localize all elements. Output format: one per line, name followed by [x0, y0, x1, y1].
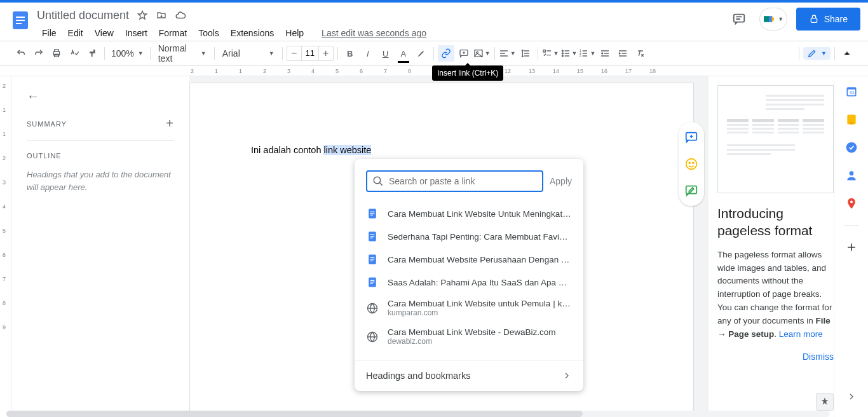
paint-format-button[interactable]	[84, 45, 100, 62]
zoom-select[interactable]: 100%▼	[109, 48, 146, 58]
add-comment-side-button[interactable]	[682, 128, 700, 146]
bulleted-list-button[interactable]: ▼	[560, 45, 578, 62]
line-spacing-button[interactable]	[517, 45, 534, 62]
outline-panel: ← SUMMARY + OUTLINE Headings that you ad…	[11, 76, 189, 417]
print-button[interactable]	[48, 45, 65, 62]
apply-button[interactable]: Apply	[550, 176, 572, 186]
menu-help[interactable]: Help	[280, 25, 309, 41]
menu-format[interactable]: Format	[154, 25, 192, 41]
doc-icon	[366, 207, 379, 220]
menu-insert[interactable]: Insert	[120, 25, 153, 41]
headings-bookmarks-row[interactable]: Headings and bookmarks	[355, 360, 583, 391]
menu-bar: File Edit View Insert Format Tools Exten…	[37, 25, 728, 41]
menu-tools[interactable]: Tools	[193, 25, 224, 41]
svg-rect-34	[370, 257, 375, 258]
cloud-status-icon[interactable]	[175, 10, 186, 21]
meet-button[interactable]: ▼	[759, 8, 787, 31]
share-button[interactable]: Share	[796, 8, 860, 31]
checklist-button[interactable]: ▼	[542, 45, 559, 62]
explore-button[interactable]	[816, 393, 834, 411]
insert-image-button[interactable]: ▼	[473, 45, 491, 62]
increase-font-button[interactable]: +	[319, 48, 333, 59]
svg-point-49	[850, 200, 852, 203]
numbered-list-button[interactable]: 123▼	[578, 45, 595, 62]
link-suggestion[interactable]: Cara Membuat Link Website untuk Pemula |…	[366, 294, 572, 322]
redo-button[interactable]	[31, 45, 47, 62]
add-summary-button[interactable]: +	[166, 116, 174, 131]
svg-point-20	[686, 159, 697, 170]
italic-button[interactable]: I	[360, 45, 376, 62]
link-suggestion[interactable]: Cara Membuat Link Website - DewaBiz.comd…	[366, 322, 572, 351]
star-icon[interactable]	[137, 10, 148, 21]
decrease-indent-button[interactable]	[597, 45, 613, 62]
menu-edit[interactable]: Edit	[63, 25, 88, 41]
hide-side-panel-button[interactable]	[846, 392, 857, 404]
vertical-ruler[interactable]: 21123456789	[0, 76, 11, 417]
underline-button[interactable]: U	[377, 45, 394, 62]
dismiss-button[interactable]: Dismiss	[803, 352, 834, 362]
tasks-icon[interactable]	[845, 141, 858, 154]
doc-icon	[366, 230, 379, 243]
document-text[interactable]: Ini adalah contoh link website	[251, 145, 371, 155]
svg-text:31: 31	[849, 90, 854, 95]
editing-mode-button[interactable]: ▼	[803, 47, 831, 60]
undo-button[interactable]	[13, 45, 29, 62]
share-label: Share	[824, 14, 848, 24]
link-search-wrap[interactable]	[366, 170, 543, 192]
align-button[interactable]: ▼	[499, 45, 516, 62]
keep-icon[interactable]	[845, 113, 858, 126]
font-size-stepper[interactable]: − 11 +	[287, 46, 334, 61]
add-comment-button[interactable]	[456, 45, 472, 62]
back-arrow-icon[interactable]: ←	[27, 89, 174, 104]
comments-history-icon[interactable]	[728, 8, 750, 31]
chevron-right-icon	[562, 371, 572, 381]
pageless-preview	[717, 85, 834, 193]
link-search-input[interactable]	[389, 176, 537, 186]
summary-heading: SUMMARY	[27, 120, 67, 128]
paragraph-style-select[interactable]: Normal text▼	[154, 43, 210, 64]
maps-icon[interactable]	[845, 197, 858, 210]
emoji-reaction-button[interactable]	[682, 155, 700, 173]
link-suggestion[interactable]: Cara Membuat Website Perusahaan Dengan T…	[366, 248, 572, 271]
link-suggestion[interactable]: Cara Membuat Link Website Untuk Meningka…	[366, 202, 572, 225]
tooltip: Insert link (Ctrl+K)	[432, 65, 503, 81]
bold-button[interactable]: B	[342, 45, 358, 62]
headings-bookmarks-label: Headings and bookmarks	[366, 371, 470, 381]
svg-rect-7	[55, 50, 59, 51]
insert-link-button[interactable]	[438, 45, 454, 62]
last-edit-link[interactable]: Last edit was seconds ago	[322, 28, 426, 38]
contacts-icon[interactable]	[845, 169, 858, 182]
suggestion-subtitle: kumparan.com	[388, 308, 572, 317]
info-panel-title: Introducing pageless format	[717, 205, 834, 240]
menu-extensions[interactable]: Extensions	[226, 25, 279, 41]
document-title[interactable]: Untitled document	[37, 9, 129, 22]
info-panel-body: The pageless format allows wide images a…	[717, 249, 834, 341]
add-apps-button[interactable]	[845, 241, 858, 254]
font-size-value[interactable]: 11	[301, 46, 319, 60]
doc-icon	[366, 276, 379, 289]
svg-point-15	[562, 55, 563, 57]
horizontal-scrollbar[interactable]	[6, 411, 830, 417]
document-canvas[interactable]: Ini adalah contoh link website Apply Car…	[189, 76, 708, 417]
move-icon[interactable]	[156, 10, 167, 21]
spellcheck-button[interactable]	[66, 45, 83, 62]
svg-rect-8	[55, 54, 59, 57]
menu-view[interactable]: View	[90, 25, 119, 41]
increase-indent-button[interactable]	[614, 45, 631, 62]
link-suggestion[interactable]: Saas Adalah: Pahami Apa Itu SaaS dan Apa…	[366, 271, 572, 294]
menu-file[interactable]: File	[37, 25, 62, 41]
highlight-button[interactable]	[413, 45, 430, 62]
chevron-down-icon: ▼	[778, 16, 783, 22]
suggest-edits-button[interactable]	[682, 182, 700, 200]
decrease-font-button[interactable]: −	[287, 48, 301, 59]
collapse-toolbar-button[interactable]	[839, 45, 855, 62]
link-suggestion[interactable]: Sederhana Tapi Penting: Cara Membuat Fav…	[366, 225, 572, 248]
docs-logo-icon[interactable]	[8, 8, 33, 33]
suggestion-title: Cara Membuat Link Website Untuk Meningka…	[388, 209, 572, 219]
calendar-icon[interactable]: 31	[845, 85, 858, 98]
learn-more-link[interactable]: Learn more	[779, 329, 823, 339]
font-select[interactable]: Arial▼	[219, 48, 278, 58]
clear-formatting-button[interactable]	[632, 45, 649, 62]
text-color-button[interactable]: A	[395, 45, 412, 62]
svg-text:3: 3	[580, 54, 581, 57]
